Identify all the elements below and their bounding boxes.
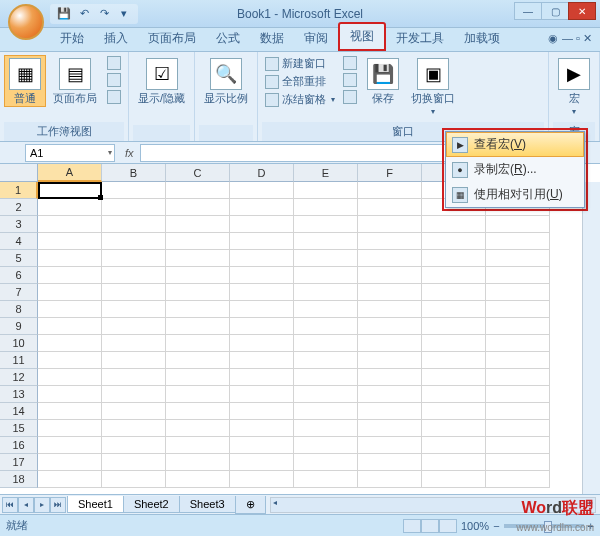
cell[interactable] [230, 403, 294, 420]
cell[interactable] [486, 267, 550, 284]
column-header[interactable]: D [230, 164, 294, 182]
cell[interactable] [38, 284, 102, 301]
unhide-button[interactable] [340, 89, 360, 105]
cell[interactable] [102, 233, 166, 250]
cell[interactable] [230, 199, 294, 216]
cell[interactable] [38, 250, 102, 267]
row-header[interactable]: 18 [0, 471, 38, 488]
sheet-tab-3[interactable]: Sheet3 [179, 496, 236, 513]
cell[interactable] [38, 352, 102, 369]
cell[interactable] [422, 437, 486, 454]
cell[interactable] [166, 267, 230, 284]
cell[interactable] [230, 386, 294, 403]
row-header[interactable]: 2 [0, 199, 38, 216]
row-header[interactable]: 1 [0, 182, 38, 199]
tab-developer[interactable]: 开发工具 [386, 26, 454, 51]
cell[interactable] [166, 403, 230, 420]
cell[interactable] [166, 199, 230, 216]
tab-data[interactable]: 数据 [250, 26, 294, 51]
cell[interactable] [486, 420, 550, 437]
cell[interactable] [38, 403, 102, 420]
horizontal-scrollbar[interactable] [270, 497, 596, 513]
cell[interactable] [294, 386, 358, 403]
row-header[interactable]: 15 [0, 420, 38, 437]
row-header[interactable]: 3 [0, 216, 38, 233]
zoom-out-button[interactable]: − [493, 520, 499, 532]
cell[interactable] [486, 369, 550, 386]
macros-button[interactable]: ▶ 宏▾ [553, 55, 595, 120]
cell[interactable] [358, 335, 422, 352]
row-header[interactable]: 9 [0, 318, 38, 335]
cell[interactable] [166, 301, 230, 318]
cell[interactable] [166, 233, 230, 250]
tab-home[interactable]: 开始 [50, 26, 94, 51]
view-macros-item[interactable]: ▶ 查看宏(V) [446, 132, 584, 157]
cell[interactable] [422, 403, 486, 420]
cell[interactable] [166, 335, 230, 352]
zoom-button[interactable]: 🔍 显示比例 [199, 55, 253, 107]
cell[interactable] [422, 318, 486, 335]
qat-dropdown-icon[interactable]: ▾ [116, 6, 132, 22]
cell[interactable] [230, 420, 294, 437]
hide-button[interactable] [340, 72, 360, 88]
row-header[interactable]: 17 [0, 454, 38, 471]
cell[interactable] [230, 437, 294, 454]
switch-windows-button[interactable]: ▣ 切换窗口▾ [406, 55, 460, 120]
cell[interactable] [486, 403, 550, 420]
page-layout-icon-status[interactable] [421, 519, 439, 533]
maximize-button[interactable]: ▢ [541, 2, 569, 20]
cell[interactable] [294, 369, 358, 386]
office-button[interactable] [8, 4, 44, 40]
cell[interactable] [38, 369, 102, 386]
vertical-scrollbar[interactable] [582, 182, 600, 494]
cell[interactable] [422, 420, 486, 437]
cell[interactable] [166, 182, 230, 199]
cell[interactable] [358, 182, 422, 199]
record-macro-item[interactable]: ● 录制宏(R)... [446, 157, 584, 182]
cell[interactable] [102, 352, 166, 369]
cell[interactable] [166, 318, 230, 335]
new-sheet-button[interactable]: ⊕ [235, 496, 266, 514]
cell[interactable] [422, 250, 486, 267]
cell[interactable] [166, 454, 230, 471]
cell[interactable] [166, 420, 230, 437]
page-layout-button[interactable]: ▤ 页面布局 [48, 55, 102, 107]
cell[interactable] [422, 471, 486, 488]
cell[interactable] [38, 199, 102, 216]
new-window-button[interactable]: 新建窗口 [262, 55, 338, 72]
cell[interactable] [358, 437, 422, 454]
cell[interactable] [166, 369, 230, 386]
row-header[interactable]: 6 [0, 267, 38, 284]
tab-review[interactable]: 审阅 [294, 26, 338, 51]
column-header[interactable]: C [166, 164, 230, 182]
fx-icon[interactable]: fx [119, 147, 140, 159]
cell[interactable] [102, 182, 166, 199]
cell[interactable] [230, 454, 294, 471]
row-header[interactable]: 7 [0, 284, 38, 301]
tab-insert[interactable]: 插入 [94, 26, 138, 51]
cell[interactable] [358, 369, 422, 386]
minimize-button[interactable]: — [514, 2, 542, 20]
select-all-corner[interactable] [0, 164, 38, 182]
cell[interactable] [358, 267, 422, 284]
cell[interactable] [102, 301, 166, 318]
prev-sheet-button[interactable]: ◂ [18, 497, 34, 513]
show-hide-button[interactable]: ☑ 显示/隐藏 [133, 55, 190, 107]
row-header[interactable]: 16 [0, 437, 38, 454]
cell[interactable] [230, 301, 294, 318]
cell[interactable] [294, 284, 358, 301]
cell[interactable] [358, 233, 422, 250]
cell[interactable] [294, 216, 358, 233]
cell[interactable] [358, 284, 422, 301]
ribbon-min-icon[interactable]: — ▫ ✕ [562, 32, 592, 45]
cell[interactable] [230, 267, 294, 284]
cell[interactable] [422, 267, 486, 284]
row-header[interactable]: 13 [0, 386, 38, 403]
cell[interactable] [486, 386, 550, 403]
cell[interactable] [422, 216, 486, 233]
sheet-tab-1[interactable]: Sheet1 [67, 496, 124, 513]
cell[interactable] [102, 454, 166, 471]
column-header[interactable]: A [38, 164, 102, 182]
cell[interactable] [358, 471, 422, 488]
cell[interactable] [486, 437, 550, 454]
